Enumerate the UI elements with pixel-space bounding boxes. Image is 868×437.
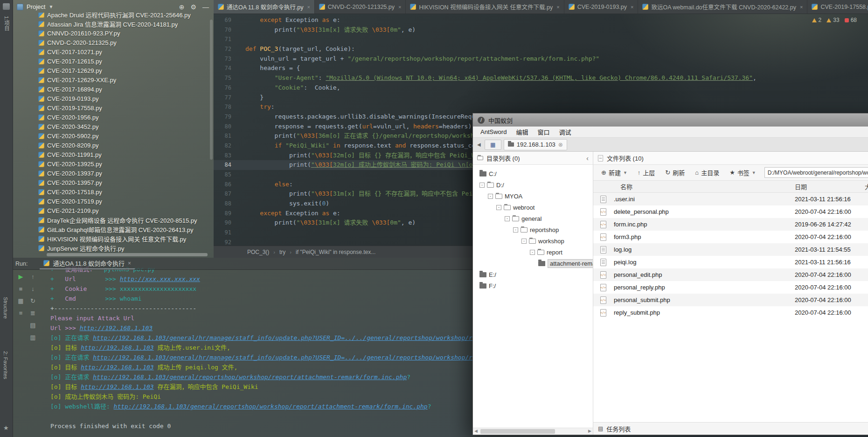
close-tab-icon[interactable]: × (307, 4, 310, 10)
project-file-item[interactable]: CNNVD-201610-923.PY.py (13, 28, 210, 38)
scroll-left-icon[interactable]: ◀ (474, 429, 478, 433)
directory-tree-node[interactable]: -workshop (473, 235, 593, 247)
console-link[interactable]: http://192.168.1.103 (81, 344, 154, 351)
console-link[interactable]: http://192.168.1.103 (80, 324, 153, 331)
collapse-expander-icon[interactable]: - (488, 194, 493, 199)
close-tab-icon[interactable]: × (800, 4, 803, 10)
project-file-item[interactable]: CVE-2020-13925.py (13, 159, 210, 169)
file-row[interactable]: personal_submit.php2020-07-04 22:16:00 (593, 294, 868, 306)
back-arrow-icon[interactable]: ◀ (476, 142, 482, 147)
project-file-item[interactable]: CVE-2017-12615.py (13, 56, 210, 66)
directory-horizontal-scrollbar[interactable]: ◀ ▶ (473, 428, 593, 435)
project-file-item[interactable]: CVE-2020-13937.py (13, 169, 210, 178)
project-file-item[interactable]: CVE-2020-17519.py (13, 197, 210, 206)
close-tab-icon[interactable]: × (398, 4, 401, 10)
collapse-expander-icon[interactable]: - (479, 183, 485, 188)
file-row[interactable]: form3.php2020-07-04 22:16:00 (593, 231, 868, 243)
app-menu-icon[interactable] (3, 3, 10, 10)
warning-count[interactable]: 33 (826, 17, 839, 23)
file-row[interactable]: delete_personal.php2020-07-04 22:16:00 (593, 205, 868, 218)
project-file-item[interactable]: GitLab Graphql邮箱信息泄露漏洞 CVE-2020-26413.py (13, 225, 210, 234)
console-link[interactable]: http://192.168.1.103/general/hr/manage/s… (93, 354, 472, 361)
collapse-expander-icon[interactable]: - (521, 239, 527, 244)
project-file-item[interactable]: CVE-2017-12629-XXE.py (13, 75, 210, 85)
warning-count[interactable]: 2 (812, 17, 822, 23)
directory-tree-node[interactable]: -webroot (473, 202, 593, 213)
directory-tree-node[interactable]: attachment-remark (473, 258, 593, 269)
print-icon[interactable]: ▤ (29, 321, 37, 329)
chevron-down-icon[interactable]: ▼ (49, 4, 53, 9)
directory-tree-node[interactable]: -D:/ (473, 179, 593, 190)
toolbar-button[interactable]: ⌂主目录 (691, 167, 723, 178)
project-file-item[interactable]: CVE-2017-12629.py (13, 66, 210, 75)
project-file-item[interactable]: CVE-2020-11991.py (13, 150, 210, 159)
project-file-item[interactable]: CNVD-C-2020-121325.py (13, 38, 210, 47)
project-file-item[interactable]: CVE-2020-8209.py (13, 141, 210, 150)
close-tab-icon[interactable]: × (631, 4, 633, 10)
project-file-item[interactable]: DrayTek企业网络设备 远程命令执行 CVE-2020-8515.py (13, 215, 210, 225)
project-file-item[interactable]: JunpServer 远程命令执行.py (13, 243, 210, 252)
menu-item[interactable]: 调试 (554, 127, 576, 136)
file-row[interactable]: peiqi.log2021-03-11 21:56:16 (593, 256, 868, 268)
collapse-expander-icon[interactable]: - (496, 205, 501, 210)
project-file-item[interactable]: HIKVISION 视频编码设备接入网关 任意文件下载.py (13, 234, 210, 243)
settings-icon[interactable]: ⚙ (190, 3, 196, 11)
file-row[interactable]: .user.ini2021-03-11 21:56:16 (593, 193, 868, 205)
editor-tab[interactable]: CNVD-C-2020-121325.py× (315, 0, 406, 14)
toolbar-button[interactable]: ★书签▼ (726, 167, 760, 178)
file-row[interactable]: personal_reply.php2020-07-04 22:16:00 (593, 281, 868, 294)
console-link[interactable]: http://192.168.1.103/general/hr/manage/s… (93, 334, 472, 341)
collapse-expander-icon[interactable]: - (530, 250, 535, 255)
run-tab[interactable]: 通达OA 11.8 蚁剑命令执行 × (40, 258, 135, 269)
tool-window-project-button[interactable]: 1:项目 (3, 16, 10, 31)
error-count[interactable]: 68 (845, 17, 857, 23)
locate-icon[interactable]: ⊕ (179, 3, 185, 11)
directory-tree-node[interactable]: -report (473, 247, 593, 258)
directory-tree-node[interactable]: -reportshop (473, 224, 593, 235)
editor-tab[interactable]: CVE-2019-17558.py× (807, 0, 868, 14)
editor-tab[interactable]: 通达OA 11.8 蚁剑命令执行.py× (214, 0, 315, 14)
tool-window-favorites-button[interactable]: 2: Favorites (3, 351, 8, 379)
project-file-item[interactable]: Apache Druid 远程代码执行漏洞 CVE-2021-25646.py (13, 13, 210, 19)
soft-wrap-icon[interactable]: ↻ (29, 297, 37, 305)
toolbar-button[interactable]: ↑上层 (634, 167, 659, 178)
up-stack-icon[interactable]: ↑ (29, 273, 37, 281)
editor-tab[interactable]: CVE-2019-0193.py× (564, 0, 639, 14)
directory-tree-node[interactable]: E:/ (473, 269, 593, 280)
favorites-star-icon[interactable]: ★ (3, 424, 9, 431)
menu-item[interactable]: AntSword (476, 128, 511, 135)
project-file-item[interactable]: CVE-2017-10271.py (13, 47, 210, 56)
column-header-name[interactable]: 名称 (613, 182, 789, 191)
project-panel-header[interactable]: Project ▼ ⊕⚙— (13, 0, 214, 14)
scroll-right-icon[interactable]: ▶ (588, 429, 591, 433)
column-header-size[interactable]: 大小 (859, 182, 868, 191)
directory-tree-node[interactable]: -MYOA (473, 190, 593, 202)
file-row[interactable]: reply_submit.php2020-07-04 22:16:00 (593, 306, 868, 319)
project-file-item[interactable]: CVE-2020-3452.py (13, 122, 210, 131)
project-file-item[interactable]: CVE-2019-0193.py (13, 94, 210, 103)
project-file-item[interactable]: CVE-2020-1956.py (13, 113, 210, 122)
task-list-bar[interactable]: ▤ 任务列表 (593, 422, 868, 435)
antsword-title-bar[interactable]: / 中国蚁剑 (473, 113, 868, 127)
project-file-item[interactable]: CVE-2020-5902.py (13, 131, 210, 141)
breadcrumb-item[interactable]: try (279, 249, 285, 255)
file-row[interactable]: personal_edit.php2020-07-04 22:16:00 (593, 268, 868, 281)
breadcrumb-item[interactable]: if "PeiQi_Wiki" in response.tex... (296, 249, 375, 255)
directory-tree-node[interactable]: F:/ (473, 280, 593, 291)
project-file-item[interactable]: CVE-2017-16894.py (13, 85, 210, 94)
breadcrumb-item[interactable]: POC_3() (247, 249, 269, 255)
project-file-item[interactable]: CVE-2021-2109.py (13, 206, 210, 215)
menu-item[interactable]: 编辑 (511, 127, 533, 136)
collapse-panel-icon[interactable]: ‹ (586, 154, 589, 162)
file-row[interactable]: log.log2021-03-11 21:54:55 (593, 243, 868, 256)
project-file-item[interactable]: CVE-2020-17518.py (13, 187, 210, 197)
scroll-to-end-icon[interactable]: ≣ (29, 309, 37, 317)
project-vertical-scrollbar[interactable] (210, 20, 213, 160)
path-input[interactable]: D:/MYOA/webroot/general/reportshop/works… (764, 167, 868, 178)
close-tab-icon[interactable]: ⊗ (558, 141, 563, 148)
close-icon[interactable]: × (128, 260, 131, 267)
toolbar-button[interactable]: ↻刷新 (661, 167, 688, 178)
shell-tab[interactable]: 192.168.1.103 ⊗ (504, 139, 567, 150)
project-file-item[interactable]: CVE-2020-13957.py (13, 178, 210, 187)
rerun-icon[interactable]: ▶ (17, 273, 25, 281)
